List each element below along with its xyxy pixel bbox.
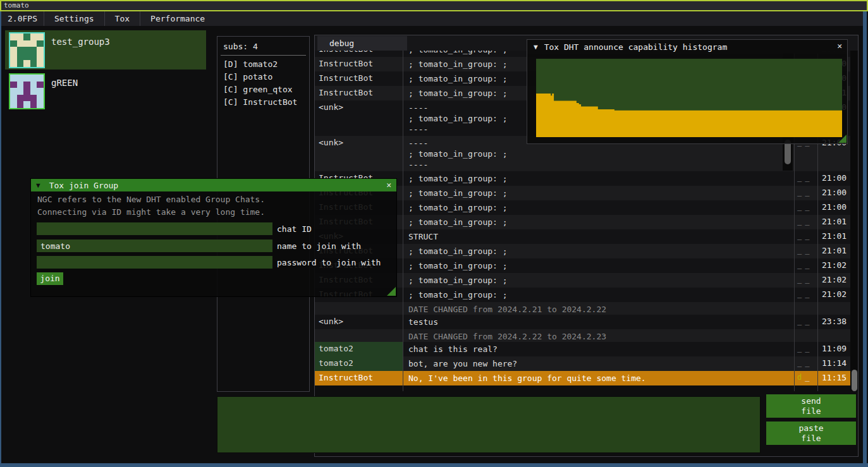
avatar-pixel xyxy=(17,101,24,108)
close-icon[interactable]: ✕ xyxy=(837,41,842,51)
avatar-pixel xyxy=(10,40,17,47)
delivery-flags: __ xyxy=(794,215,817,229)
message-text: ; tomato_in_group: ; xyxy=(403,200,794,215)
dht-histogram-title: Tox DHT announce capability histogram xyxy=(544,42,728,52)
avatar-pixel xyxy=(23,101,30,108)
join-group-titlebar[interactable]: ▼ Tox join Group ✕ xyxy=(31,179,396,191)
dht-histogram-plot xyxy=(536,59,842,137)
avatar-pixel xyxy=(37,40,44,47)
delivery-flag: _ xyxy=(797,173,805,182)
avatar-pixel xyxy=(10,33,17,40)
date-changed-text: DATE CHANGED from 2024.2.21 to 2024.2.22 xyxy=(403,302,794,315)
resize-handle[interactable] xyxy=(838,135,847,143)
chat-id-input[interactable] xyxy=(37,222,272,235)
delivery-flag: _ xyxy=(805,275,812,284)
sender-name xyxy=(315,329,403,342)
delivery-flags xyxy=(794,329,817,342)
avatar-pixel xyxy=(30,88,37,95)
join-password-input[interactable] xyxy=(37,256,272,269)
join-button[interactable]: join xyxy=(37,272,63,285)
delivery-flags: __ xyxy=(794,244,817,258)
message-text: ; tomato_in_group: ; xyxy=(403,258,794,273)
message-text: bot, are you new here? xyxy=(403,356,794,371)
avatar-pixel xyxy=(30,33,37,40)
avatar-pixel xyxy=(17,95,24,102)
avatar-pixel xyxy=(23,82,30,88)
message-row: tomato2bot, are you new here?__11:14 xyxy=(315,356,858,371)
join-info-line2: Connecting via ID might take a very long… xyxy=(37,207,396,217)
delivery-flags: __ xyxy=(794,258,817,273)
avatar-pixel xyxy=(10,75,17,82)
close-icon[interactable]: ✕ xyxy=(386,180,391,190)
message-input[interactable] xyxy=(217,396,761,453)
menu-bar: 2.0FPS Settings Tox Performance xyxy=(1,11,863,26)
chat-scrollbar-track[interactable] xyxy=(850,51,858,391)
avatar-pixel xyxy=(17,82,24,88)
join-group-title: Tox join Group xyxy=(49,181,119,190)
message-row: InstructBotNo, I've been in this group f… xyxy=(315,371,858,385)
chat-scrollbar-thumb[interactable] xyxy=(852,370,857,391)
send-file-button[interactable]: send file xyxy=(766,394,856,418)
message-line: STRUCT xyxy=(408,231,794,242)
delivery-flags: __ xyxy=(794,186,817,200)
histogram-fill xyxy=(536,94,842,137)
avatar-pixel xyxy=(30,60,37,67)
message-text: No, I've been in this group for quite so… xyxy=(403,371,794,385)
delivery-flags: d_ xyxy=(794,371,817,385)
join-name-label: name to join with xyxy=(277,241,361,251)
delivery-flag: _ xyxy=(797,275,805,284)
delivery-flag: _ xyxy=(797,231,805,240)
delivery-flags: __ xyxy=(794,200,817,215)
resize-handle[interactable] xyxy=(387,287,396,296)
avatar-pixel xyxy=(37,82,44,88)
sender-name: InstructBot xyxy=(315,71,403,86)
message-text: chat is this real? xyxy=(403,342,794,356)
window-border-left xyxy=(0,11,1,463)
message-text: testus xyxy=(403,315,794,329)
group-name: test_group3 xyxy=(51,37,110,47)
subs-member-tomato2[interactable]: [D] tomato2 xyxy=(217,58,309,71)
menu-item-performance[interactable]: Performance xyxy=(140,11,215,26)
delivery-flag: _ xyxy=(805,358,812,367)
menu-item-tox[interactable]: Tox xyxy=(105,11,140,26)
chat-id-label: chat ID xyxy=(277,224,312,234)
avatar-pixel xyxy=(30,40,37,47)
avatar-pixel xyxy=(17,33,24,40)
avatar-pixel xyxy=(30,101,37,108)
message-line: ; tomato_in_group: ; xyxy=(408,173,794,184)
menu-item-settings[interactable]: Settings xyxy=(44,11,104,26)
sender-name: tomato2 xyxy=(315,356,403,371)
collapse-icon[interactable]: ▼ xyxy=(36,181,40,190)
message-text: STRUCT xyxy=(403,229,794,244)
subs-member-InstructBot[interactable]: [C] InstructBot xyxy=(217,96,309,109)
group-item-test_group3[interactable]: test_group3 xyxy=(5,30,206,70)
sender-name: <unk> xyxy=(315,136,403,171)
message-line: chat is this real? xyxy=(408,344,794,355)
message-line: ; tomato_in_group: ; xyxy=(408,217,794,227)
window-titlebar[interactable]: tomato xyxy=(0,0,868,11)
group-item-gREEN[interactable]: gREEN xyxy=(5,71,206,111)
delivery-flag: _ xyxy=(805,188,812,197)
avatar-pixel xyxy=(17,54,24,61)
message-line: ; tomato_in_group: ; xyxy=(408,246,794,257)
avatar-pixel xyxy=(23,40,30,47)
collapse-icon[interactable]: ▼ xyxy=(534,43,538,51)
tab-debug[interactable]: debug xyxy=(317,36,407,51)
group-avatar xyxy=(9,73,45,109)
paste-file-button[interactable]: paste file xyxy=(766,422,856,445)
delivery-flags: __ xyxy=(794,229,817,244)
sender-name: tomato2 xyxy=(315,342,403,356)
subs-member-potato[interactable]: [C] potato xyxy=(217,71,309,83)
join-name-input[interactable] xyxy=(37,240,272,252)
delivery-flag: _ xyxy=(805,246,812,255)
message-line: bot, are you new here? xyxy=(408,358,794,369)
message-text: ; tomato_in_group: ; xyxy=(403,186,794,200)
window-border-bottom xyxy=(0,463,868,467)
delivery-flags: __ xyxy=(794,288,817,302)
dht-histogram-titlebar[interactable]: ▼ Tox DHT announce capability histogram … xyxy=(527,40,847,54)
column-separator xyxy=(403,51,403,391)
subs-member-green_qtox[interactable]: [C] green_qtox xyxy=(217,83,309,96)
join-password-label: password to join with xyxy=(277,258,381,267)
message-row: tomato2chat is this real?__11:09 xyxy=(315,342,858,356)
message-text: ; tomato_in_group: ; xyxy=(403,244,794,258)
